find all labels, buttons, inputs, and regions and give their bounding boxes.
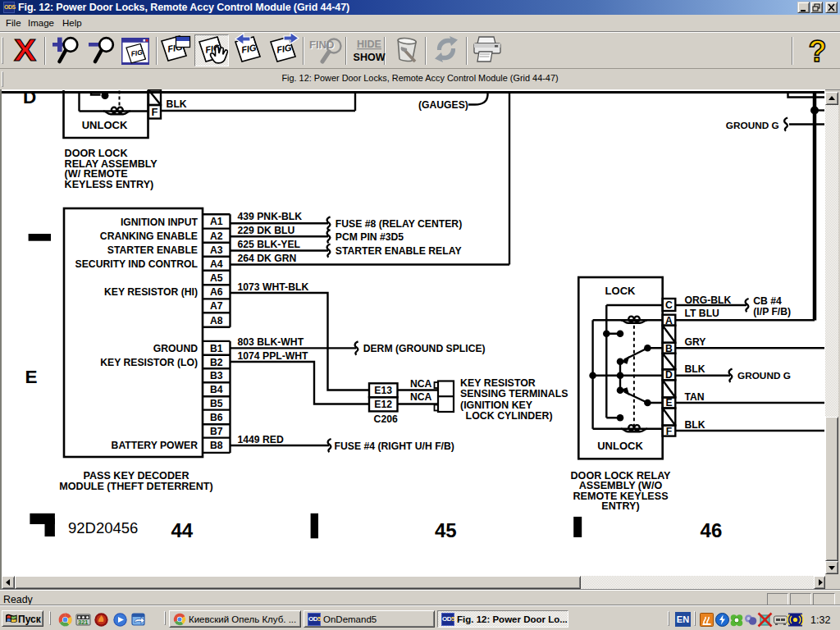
svg-text:TAN: TAN (685, 391, 705, 403)
svg-text:STARTER ENABLE RELAY: STARTER ENABLE RELAY (336, 245, 462, 257)
svg-text:LOCK CYLINDER): LOCK CYLINDER) (466, 410, 553, 422)
svg-text:1073 WHT-BLK: 1073 WHT-BLK (238, 281, 309, 293)
svg-text:46: 46 (701, 519, 723, 541)
svg-text:229 DK BLU: 229 DK BLU (238, 225, 295, 236)
svg-text:NCA: NCA (410, 378, 432, 390)
svg-text:BLK: BLK (167, 98, 187, 110)
svg-text:A7: A7 (210, 300, 223, 312)
svg-text:B7: B7 (210, 426, 223, 437)
svg-text:B4: B4 (210, 384, 223, 395)
svg-text:KEY RESISTOR: KEY RESISTOR (460, 377, 536, 389)
svg-text:PASS KEY DECODER: PASS KEY DECODER (84, 470, 189, 482)
svg-text:FUSE #8 (RELAY CENTER): FUSE #8 (RELAY CENTER) (336, 218, 462, 230)
svg-text:SENSING TERMINALS: SENSING TERMINALS (460, 388, 568, 399)
svg-text:45: 45 (435, 519, 457, 541)
svg-text:44: 44 (171, 519, 194, 541)
svg-text:(I/P F/B): (I/P F/B) (753, 306, 791, 317)
svg-text:D: D (665, 369, 673, 381)
svg-text:SECURITY IND CONTROL: SECURITY IND CONTROL (75, 258, 199, 270)
svg-text:ORG-BLK: ORG-BLK (685, 294, 732, 306)
svg-text:BLK: BLK (685, 419, 705, 431)
svg-text:FUSE #4 (RIGHT U/H F/B): FUSE #4 (RIGHT U/H F/B) (335, 441, 454, 452)
svg-text:?: ? (809, 34, 827, 68)
svg-text:B3: B3 (210, 370, 223, 381)
svg-text:F: F (152, 106, 158, 118)
svg-text:UNLOCK: UNLOCK (82, 119, 128, 131)
svg-text:LOCK: LOCK (605, 285, 636, 297)
svg-text:LT BLU: LT BLU (685, 308, 720, 319)
svg-text:GROUND: GROUND (153, 343, 198, 354)
svg-text:STARTER ENABLE: STARTER ENABLE (107, 244, 198, 256)
svg-text:B5: B5 (210, 398, 223, 409)
svg-text:CB #4: CB #4 (753, 295, 782, 307)
svg-text:A3: A3 (210, 244, 223, 256)
svg-text:1449 RED: 1449 RED (238, 434, 284, 445)
svg-text:CRANKING ENABLE: CRANKING ENABLE (100, 231, 198, 242)
svg-text:A6: A6 (210, 286, 223, 298)
svg-text:625 BLK-YEL: 625 BLK-YEL (238, 239, 301, 250)
svg-text:X: X (14, 34, 37, 66)
svg-text:F: F (666, 426, 672, 437)
svg-text:A1: A1 (210, 216, 223, 227)
svg-text:A4: A4 (210, 258, 223, 270)
svg-text:BATTERY POWER: BATTERY POWER (112, 440, 199, 451)
svg-text:A2: A2 (210, 231, 223, 242)
svg-text:803 BLK-WHT: 803 BLK-WHT (238, 336, 304, 348)
svg-text:HIDE: HIDE (357, 39, 381, 50)
svg-text:UNLOCK: UNLOCK (597, 440, 643, 452)
svg-text:E13: E13 (374, 385, 392, 396)
svg-text:(IGNITION KEY: (IGNITION KEY (460, 399, 533, 411)
svg-text:B1: B1 (210, 343, 223, 354)
svg-text:C: C (665, 299, 673, 311)
svg-text:KEY RESISTOR (LO): KEY RESISTOR (LO) (100, 357, 198, 368)
svg-text:E: E (25, 367, 38, 387)
svg-text:GROUND G: GROUND G (726, 120, 779, 131)
svg-text:A: A (665, 315, 673, 326)
svg-text:KEY RESISTOR (HI): KEY RESISTOR (HI) (104, 286, 198, 298)
svg-text:439 PNK-BLK: 439 PNK-BLK (238, 211, 303, 222)
svg-text:IGNITION INPUT: IGNITION INPUT (121, 217, 199, 228)
svg-text:1074 PPL-WHT: 1074 PPL-WHT (238, 350, 309, 362)
svg-text:GROUND G: GROUND G (737, 370, 791, 381)
svg-text:MODULE (THEFT DETERRENT): MODULE (THEFT DETERRENT) (59, 481, 213, 492)
svg-text:KEYLESS ENTRY): KEYLESS ENTRY) (65, 179, 154, 190)
svg-text:B6: B6 (210, 412, 223, 423)
svg-text:B2: B2 (210, 357, 223, 368)
svg-text:BLK: BLK (685, 363, 705, 375)
svg-text:GRY: GRY (685, 336, 706, 348)
svg-text:A8: A8 (210, 315, 223, 326)
svg-text:B8: B8 (210, 440, 223, 451)
svg-text:92D20456: 92D20456 (68, 519, 138, 536)
svg-text:SHOW: SHOW (354, 52, 386, 63)
svg-text:C206: C206 (374, 413, 398, 425)
svg-text:E: E (665, 397, 672, 409)
svg-text:PCM PIN #3D5: PCM PIN #3D5 (336, 231, 404, 243)
svg-text:NCA: NCA (410, 391, 432, 403)
svg-text:B: B (665, 343, 673, 354)
svg-text:264 DK GRN: 264 DK GRN (238, 253, 297, 264)
svg-text:(GAUGES): (GAUGES) (418, 99, 468, 111)
svg-text:ENTRY): ENTRY) (601, 500, 639, 512)
svg-text:1:32: 1:32 (810, 614, 830, 626)
svg-text:D: D (23, 89, 36, 107)
svg-text:A5: A5 (210, 272, 223, 284)
svg-text:E12: E12 (374, 399, 392, 410)
svg-text:DERM (GROUND SPLICE): DERM (GROUND SPLICE) (363, 343, 486, 354)
